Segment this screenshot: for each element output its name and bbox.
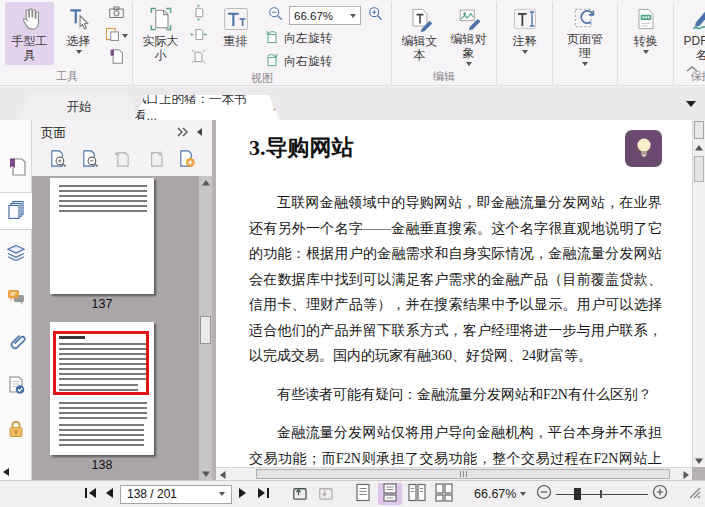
tab-close-icon[interactable]: ×	[272, 101, 280, 114]
sidebar-item-digital-signatures[interactable]	[0, 368, 32, 406]
vertical-scrollbar[interactable]	[692, 120, 705, 467]
pdf-sign-button[interactable]: PDF签名	[677, 2, 705, 65]
zoom-percentage-display[interactable]: 66.67%	[474, 487, 516, 501]
page-management-dropdown-arrow	[582, 62, 588, 66]
foxit-reader-window: 手型工具 选择	[0, 0, 705, 507]
tab-start[interactable]: 开始	[18, 95, 140, 120]
rotate-right-button[interactable]: 向右旋转	[264, 52, 386, 71]
sidebar-item-pages[interactable]	[0, 192, 32, 230]
zoom-in-slider-button[interactable]	[652, 484, 668, 504]
vertical-scrollbar-thumb[interactable]	[694, 156, 704, 182]
thumbnail-scrollbar-thumb[interactable]	[200, 316, 211, 344]
thumbnail-zoom-in-button[interactable]	[46, 149, 68, 172]
pdf-sign-pen-icon	[688, 4, 705, 34]
clipboard-paste-button[interactable]	[105, 27, 127, 45]
next-page-icon	[238, 485, 248, 503]
reflow-label: 重排	[224, 34, 248, 48]
edit-text-button[interactable]: 编辑文本	[395, 2, 444, 65]
chevron-up-icon	[686, 59, 698, 76]
tab-document-active[interactable]: 风口上的猪：一本书看... ×	[134, 95, 280, 120]
page-rotate-right-icon	[145, 149, 164, 172]
ribbon-toolbar: 手型工具 选择	[0, 0, 705, 86]
sidebar-item-bookmarks[interactable]	[0, 150, 32, 188]
thumbnail-rotate-left-button[interactable]	[111, 149, 133, 172]
rotate-left-button[interactable]: 向左旋转	[264, 29, 386, 48]
scroll-up-icon[interactable]	[693, 141, 705, 154]
zoom-slider[interactable]	[556, 484, 648, 504]
convert-button[interactable]: 转换	[621, 2, 670, 65]
fit-width-button[interactable]	[187, 27, 209, 45]
select-tool-button[interactable]: 选择	[54, 2, 103, 65]
actual-size-button[interactable]: 实际大小	[136, 2, 185, 65]
single-page-view-button[interactable]	[351, 483, 375, 505]
horizontal-scrollbar-thumb[interactable]	[256, 469, 670, 479]
add-page-button[interactable]	[176, 149, 198, 172]
horizontal-scrollbar[interactable]	[216, 467, 692, 480]
scroll-down-icon[interactable]	[199, 467, 212, 480]
select-dropdown-arrow	[76, 50, 82, 54]
pdf-page[interactable]: 3.导购网站 互联网金融领域中的导购网站，即金融流量分发网站，在业界还有另外一个…	[216, 120, 692, 467]
edit-object-button[interactable]: 编辑对象	[444, 2, 493, 65]
hand-tool-button[interactable]: 手型工具	[5, 2, 54, 65]
scroll-down-icon[interactable]	[693, 454, 705, 467]
split-view-handle[interactable]	[694, 121, 704, 139]
ribbon-group-tools-label: 工具	[5, 69, 129, 85]
previous-page-button[interactable]	[104, 484, 114, 504]
sidebar-item-attachments[interactable]	[0, 324, 32, 362]
first-page-icon	[84, 485, 98, 503]
pdf-sign-label: PDF签名	[684, 34, 705, 62]
typewriter-icon	[511, 4, 539, 34]
first-page-button[interactable]	[84, 484, 98, 504]
reflow-button[interactable]: 重排	[211, 2, 260, 65]
zoom-out-button[interactable]	[264, 7, 286, 25]
thumbnail-label-137: 137	[50, 297, 154, 311]
page-management-button[interactable]: 页面管理	[556, 2, 614, 65]
snapshot-button[interactable]	[105, 5, 127, 23]
window-resize-grip[interactable]	[688, 485, 701, 503]
paste-as-page-button[interactable]	[105, 49, 127, 67]
page-zoom-in-icon	[48, 149, 67, 172]
panel-hide-icon[interactable]	[195, 126, 203, 140]
pages-panel-icon	[6, 199, 26, 223]
thumbnail-rotate-right-button[interactable]	[143, 149, 165, 172]
thumbnail-text-lines	[59, 402, 147, 419]
viewport-indicator-box[interactable]	[53, 331, 149, 395]
continuous-facing-view-button[interactable]	[432, 483, 456, 505]
zoom-in-button[interactable]	[364, 7, 386, 25]
zoom-display-dropdown-arrow[interactable]	[520, 492, 526, 496]
zoom-combo-dropdown-arrow	[350, 14, 356, 18]
document-paragraph: 互联网金融领域中的导购网站，即金融流量分发网站，在业界还有另外一个名字——金融垂…	[249, 190, 662, 369]
page-number-input[interactable]: 138 / 201	[120, 485, 232, 504]
zoom-level-combobox[interactable]: 66.67%	[289, 6, 361, 25]
zoom-slider-knob[interactable]	[574, 488, 581, 500]
document-tab-bar: 开始 风口上的猪：一本书看... ×	[0, 87, 705, 120]
merge-tab-button[interactable]	[316, 484, 333, 504]
zoom-out-slider-button[interactable]	[536, 484, 552, 504]
thumbnail-page-137[interactable]	[50, 178, 154, 294]
hand-icon	[17, 4, 43, 34]
page-management-icon	[571, 4, 599, 32]
facing-view-button[interactable]	[405, 483, 429, 505]
comment-button[interactable]: 注释	[500, 2, 549, 65]
next-page-button[interactable]	[238, 484, 248, 504]
fit-page-button[interactable]	[187, 5, 209, 23]
thumbnail-scrollbar[interactable]	[199, 176, 212, 480]
sidebar-item-layers[interactable]	[0, 236, 32, 274]
thumbnail-page-138[interactable]	[50, 322, 154, 455]
thumbnail-text-lines	[59, 424, 144, 446]
panel-collapse-arrow-icon[interactable]	[3, 468, 9, 476]
sidebar-item-comments[interactable]	[0, 280, 32, 318]
sidebar-item-security[interactable]	[0, 412, 32, 450]
ribbon-collapse-button[interactable]	[686, 59, 698, 77]
tab-list-dropdown-button[interactable]	[686, 93, 696, 111]
fit-width-icon	[190, 26, 207, 47]
zoom-to-area-button[interactable]	[187, 49, 209, 67]
continuous-view-button[interactable]	[378, 483, 402, 505]
thumbnail-zoom-out-button[interactable]	[78, 149, 100, 172]
panel-expand-icon[interactable]	[176, 126, 189, 140]
new-tab-button[interactable]	[290, 484, 307, 504]
convert-dropdown-arrow	[643, 50, 649, 54]
scroll-up-icon[interactable]	[199, 176, 212, 189]
edit-object-label: 编辑对象	[451, 32, 487, 60]
last-page-button[interactable]	[256, 484, 270, 504]
